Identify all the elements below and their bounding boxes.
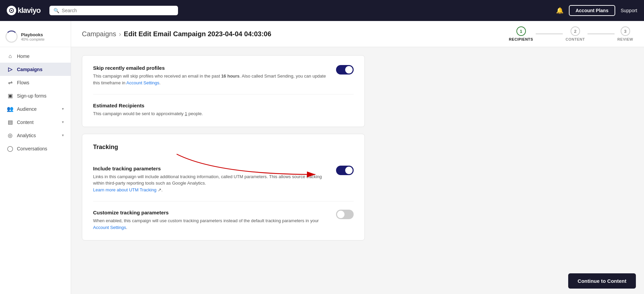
sidebar-item-conversations-label: Conversations xyxy=(17,146,47,151)
page-title: Edit Edit Email Campaign 2023-04-04 04:0… xyxy=(124,30,271,38)
include-tracking-desc: Links in this campaign will include addi… xyxy=(93,174,322,186)
step-3-label: REVIEW xyxy=(617,37,633,41)
content-icon: ▤ xyxy=(7,119,14,125)
tracking-card: Tracking Include tracking parameters Lin… xyxy=(82,134,365,241)
support-button[interactable]: Support xyxy=(621,8,637,13)
sidebar: Playbooks 40% complete ⌂ Home ▷ Campaign… xyxy=(0,21,71,294)
playbooks-section[interactable]: Playbooks 40% complete xyxy=(0,26,71,47)
step-recipients: 1 RECIPIENTS xyxy=(509,26,533,41)
customize-tracking-toggle-slider xyxy=(336,210,354,219)
main-content: Campaigns › Edit Edit Email Campaign 202… xyxy=(71,21,644,294)
search-bar[interactable]: 🔍 xyxy=(49,6,178,15)
include-tracking-section: Include tracking parameters Links in thi… xyxy=(93,158,354,202)
step-line-1 xyxy=(536,34,563,34)
breadcrumb-separator: › xyxy=(119,30,121,38)
flows-icon: ⇌ xyxy=(7,79,14,86)
sidebar-item-content[interactable]: ▤ Content ▾ xyxy=(0,115,71,129)
wizard-steps: 1 RECIPIENTS 2 CONTENT 3 REVIEW xyxy=(509,26,633,41)
sidebar-item-analytics-label: Analytics xyxy=(17,133,36,138)
skip-hours-bold: 16 hours xyxy=(221,74,240,79)
step-review: 3 REVIEW xyxy=(617,26,633,41)
skip-toggle-slider xyxy=(336,65,354,75)
customize-tracking-section: Customize tracking parameters When enabl… xyxy=(93,202,354,231)
sidebar-item-campaigns[interactable]: ▷ Campaigns xyxy=(0,63,71,76)
include-tracking-toggle-slider xyxy=(336,166,354,175)
skip-toggle[interactable] xyxy=(336,65,354,75)
sidebar-item-signup-forms[interactable]: ▣ Sign-up forms xyxy=(0,89,71,102)
tracking-title: Tracking xyxy=(93,144,354,151)
customize-tracking-toggle[interactable] xyxy=(336,210,354,219)
estimated-title: Estimated Recipients xyxy=(93,103,354,108)
settings-card: Skip recently emailed profiles This camp… xyxy=(82,55,365,127)
chevron-down-icon: ▾ xyxy=(62,133,64,138)
topnav-right: 🔔 Account Plans Support xyxy=(556,5,637,16)
estimated-section: Estimated Recipients This campaign would… xyxy=(93,94,354,117)
audience-icon: 👥 xyxy=(7,106,14,112)
tracking-card-wrapper: Tracking Include tracking parameters Lin… xyxy=(82,134,365,241)
step-3-circle: 3 xyxy=(621,26,630,36)
step-2-circle: 2 xyxy=(571,26,580,36)
page-header: Campaigns › Edit Edit Email Campaign 202… xyxy=(71,21,644,47)
account-settings-link-2[interactable]: Account Settings xyxy=(93,225,126,230)
account-settings-link-1[interactable]: Account Settings xyxy=(126,80,159,85)
skip-desc-before: This campaign will skip profiles who rec… xyxy=(93,74,221,79)
klaviyo-logo: klaviyo xyxy=(7,6,41,15)
notification-bell-icon[interactable]: 🔔 xyxy=(556,7,563,14)
skip-title: Skip recently emailed profiles xyxy=(93,65,329,71)
logo-text: klaviyo xyxy=(18,6,41,15)
step-1-label: RECIPIENTS xyxy=(509,37,533,41)
sidebar-item-home-label: Home xyxy=(17,54,29,59)
sidebar-item-flows[interactable]: ⇌ Flows xyxy=(0,76,71,89)
sidebar-item-campaigns-label: Campaigns xyxy=(17,67,42,72)
breadcrumb-campaigns-link[interactable]: Campaigns xyxy=(82,30,116,38)
include-tracking-description: Links in this campaign will include addi… xyxy=(93,173,329,193)
estimated-desc-before: This campaign would be sent to approxima… xyxy=(93,111,185,116)
continue-to-content-button[interactable]: Continue to Content xyxy=(568,273,636,289)
step-line-2 xyxy=(587,34,615,34)
home-icon: ⌂ xyxy=(7,53,14,59)
conversations-icon: ◯ xyxy=(7,145,14,152)
sidebar-item-home[interactable]: ⌂ Home xyxy=(0,50,71,63)
playbooks-title: Playbooks xyxy=(21,32,45,37)
customize-tracking-description: When enabled, this campaign will use cus… xyxy=(93,217,329,231)
include-tracking-toggle[interactable] xyxy=(336,166,354,175)
search-input[interactable] xyxy=(62,8,174,13)
playbooks-text: Playbooks 40% complete xyxy=(21,32,45,41)
sidebar-item-signup-forms-label: Sign-up forms xyxy=(17,93,46,99)
playbooks-progress-circle xyxy=(5,30,18,43)
include-tracking-title: Include tracking parameters xyxy=(93,166,329,171)
breadcrumb: Campaigns › Edit Edit Email Campaign 202… xyxy=(82,30,271,38)
logo-icon xyxy=(7,6,16,15)
content-area: Skip recently emailed profiles This camp… xyxy=(71,47,376,249)
utm-tracking-link[interactable]: Learn more about UTM Tracking xyxy=(93,187,156,192)
continue-btn-wrapper: Continue to Content xyxy=(560,268,644,294)
estimated-description: This campaign would be sent to approxima… xyxy=(93,110,354,117)
sidebar-item-analytics[interactable]: ◎ Analytics ▾ xyxy=(0,129,71,142)
search-icon: 🔍 xyxy=(53,8,59,13)
chevron-down-icon: ▾ xyxy=(62,107,64,111)
customize-tracking-title: Customize tracking parameters xyxy=(93,210,329,215)
customize-desc-before: When enabled, this campaign will use cus… xyxy=(93,218,319,223)
sidebar-item-conversations[interactable]: ◯ Conversations xyxy=(0,142,71,155)
skip-section: Skip recently emailed profiles This camp… xyxy=(93,65,354,94)
campaigns-icon: ▷ xyxy=(7,66,14,72)
sidebar-item-flows-label: Flows xyxy=(17,80,29,85)
svg-point-1 xyxy=(11,10,12,11)
sidebar-item-content-label: Content xyxy=(17,120,34,125)
step-content: 2 CONTENT xyxy=(565,26,585,41)
sidebar-item-audience-label: Audience xyxy=(17,106,37,112)
estimated-desc-after: people. xyxy=(187,111,203,116)
signup-forms-icon: ▣ xyxy=(7,92,14,99)
playbooks-subtitle: 40% complete xyxy=(21,37,45,41)
step-1-circle: 1 xyxy=(516,26,526,36)
top-navigation: klaviyo 🔍 🔔 Account Plans Support xyxy=(0,0,644,21)
step-2-label: CONTENT xyxy=(565,37,585,41)
account-plans-button[interactable]: Account Plans xyxy=(569,5,615,16)
sidebar-item-audience[interactable]: 👥 Audience ▾ xyxy=(0,102,71,115)
skip-description: This campaign will skip profiles who rec… xyxy=(93,73,329,86)
chevron-down-icon: ▾ xyxy=(62,120,64,124)
analytics-icon: ◎ xyxy=(7,132,14,139)
